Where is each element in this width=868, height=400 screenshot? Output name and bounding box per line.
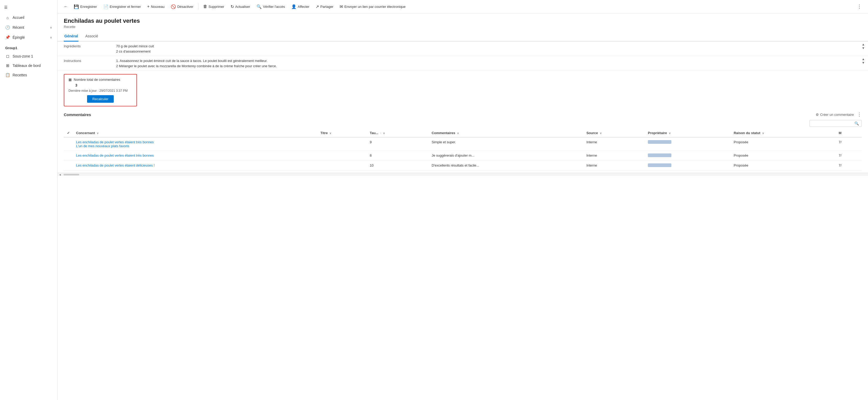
row3-check — [64, 161, 73, 171]
search-bar[interactable]: 🔍 — [809, 120, 862, 127]
comments-more-button[interactable]: ⋮ — [857, 112, 862, 117]
th-source-label: Source — [586, 131, 598, 135]
th-m[interactable]: M — [836, 129, 862, 137]
affect-label: Affecter — [298, 5, 310, 9]
scroll-down-icon[interactable]: ▼ — [862, 46, 865, 50]
table-row: Les enchiladas de poulet vertes étaient … — [64, 161, 862, 171]
sidebar-item-sous-zone[interactable]: ◻ Sous-zone 1 — [0, 52, 57, 61]
th-raison-statut[interactable]: Raison du statut ∨ — [731, 129, 835, 137]
email-button[interactable]: ✉ Envoyer un lien par courrier électroni… — [337, 3, 408, 11]
record-subtitle: Recette — [64, 25, 862, 29]
label-ingredients: Ingrédients — [58, 41, 110, 56]
recipes-icon: 📋 — [5, 73, 10, 78]
th-commentaires[interactable]: Commentaires ∨ — [429, 129, 583, 137]
th-commentaires-label: Commentaires — [432, 131, 455, 135]
row2-link1[interactable]: Les enchiladas de poulet vertes étaient … — [76, 153, 154, 157]
th-taux-label: Tau... — [370, 131, 378, 135]
th-m-label: M — [839, 131, 842, 135]
row3-m: 7/ — [836, 161, 862, 171]
share-button[interactable]: ↗ Partager — [313, 3, 336, 11]
row1-titre — [317, 137, 367, 151]
refresh-button[interactable]: ↻ Actualiser — [228, 3, 253, 11]
instructions-line1: 1. Assaisonnez le poulet émincé cuit de … — [116, 58, 855, 64]
scroll-left-arrow[interactable]: ◄ — [59, 173, 61, 176]
row1-source: Interne — [583, 137, 645, 151]
rollup-icon: ▦ — [68, 78, 72, 82]
recalculate-button[interactable]: Recalculer — [87, 95, 114, 103]
sidebar-label-epingle: Épinglé — [12, 35, 25, 39]
create-comment-button[interactable]: ⚙ Créer un commentaire — [816, 113, 854, 117]
comments-table: ✓ Concernant ∨ Titre ∨ Tau... ↑ — [64, 129, 862, 171]
verify-label: Vérifier l'accès — [263, 5, 285, 9]
search-input[interactable] — [812, 122, 853, 125]
rollup-meta: Dernière mise à jour : 29/07/2021 3:37 P… — [68, 89, 132, 93]
more-icon: ⋮ — [857, 4, 862, 9]
record-title: Enchiladas au poulet vertes — [64, 18, 862, 24]
sidebar: ☰ ⌂ Accueil 🕐 Récent ∨ 📌 Épinglé ∨ Group… — [0, 0, 58, 400]
deactivate-button[interactable]: 🚫 Désactiver — [168, 3, 196, 11]
row1-link1[interactable]: Les enchiladas de poulet vertes étaient … — [76, 140, 154, 144]
comments-actions: ⚙ Créer un commentaire ⋮ — [816, 112, 862, 117]
email-label: Envoyer un lien par courrier électroniqu… — [344, 5, 405, 9]
back-button[interactable]: ← — [62, 3, 70, 10]
new-button[interactable]: + Nouveau — [145, 3, 167, 10]
row2-check — [64, 151, 73, 161]
th-raison-statut-label: Raison du statut — [734, 131, 760, 135]
sidebar-item-recettes[interactable]: 📋 Recettes — [0, 70, 57, 80]
row3-titre — [317, 161, 367, 171]
sidebar-item-accueil[interactable]: ⌂ Accueil — [0, 12, 57, 23]
create-comment-icon: ⚙ — [816, 113, 819, 117]
th-proprietaire[interactable]: Propriétaire ∨ — [645, 129, 731, 137]
sidebar-item-epingle[interactable]: 📌 Épinglé ∨ — [0, 32, 57, 42]
th-taux[interactable]: Tau... ↑ ∨ — [367, 129, 429, 137]
horizontal-scrollbar[interactable]: ◄ — [58, 173, 868, 176]
sort-icon-source: ∨ — [600, 132, 601, 135]
row2-taux: 8 — [367, 151, 429, 161]
row3-proprietaire — [645, 161, 731, 171]
th-concernant[interactable]: Concernant ∨ — [73, 129, 317, 137]
ingredients-line1: 70 g de poulet mince cuit — [116, 44, 855, 49]
tab-associe[interactable]: Associé — [85, 32, 99, 41]
scroll-down-icon-2[interactable]: ▼ — [862, 61, 865, 65]
affect-button[interactable]: 👤 Affecter — [289, 3, 312, 11]
sort-icon-commentaires: ∨ — [457, 132, 459, 135]
row3-concernant: Les enchiladas de poulet vertes étaient … — [73, 161, 317, 171]
verify-button[interactable]: 🔍 Vérifier l'accès — [254, 3, 287, 11]
group-label: Group1 — [0, 42, 57, 52]
row2-source: Interne — [583, 151, 645, 161]
sidebar-item-recent[interactable]: 🕐 Récent ∨ — [0, 23, 57, 32]
row3-link1[interactable]: Les enchiladas de poulet vertes étaient … — [76, 163, 155, 167]
tab-general[interactable]: Général — [64, 32, 79, 41]
more-actions-button[interactable]: ⋮ — [855, 2, 864, 11]
scroll-up-icon[interactable]: ▲ — [862, 42, 865, 46]
table-row: Les enchiladas de poulet vertes étaient … — [64, 151, 862, 161]
th-source[interactable]: Source ∨ — [583, 129, 645, 137]
row1-commentaires: Simple et super. — [429, 137, 583, 151]
zone-icon: ◻ — [5, 54, 10, 59]
save-close-label: Enregistrer et fermer — [110, 5, 141, 9]
comments-header: Commentaires ⚙ Créer un commentaire ⋮ — [64, 112, 862, 117]
sort-icon-raison: ∨ — [762, 132, 764, 135]
share-icon: ↗ — [316, 4, 319, 9]
save-close-button[interactable]: 📄 Enregistrer et fermer — [101, 3, 144, 11]
scroll-arrows-instructions: ▲ ▼ — [861, 56, 868, 71]
sidebar-item-tableaux[interactable]: ⊞ Tableaux de bord — [0, 61, 57, 70]
rollup-title-row: ▦ Nombre total de commentaires — [68, 78, 132, 82]
th-titre[interactable]: Titre ∨ — [317, 129, 367, 137]
row3-taux: 10 — [367, 161, 429, 171]
rollup-card: ▦ Nombre total de commentaires 3 Dernièr… — [64, 74, 137, 106]
sort-icon-titre: ∨ — [330, 132, 331, 135]
row2-proprietaire-blurred — [648, 153, 672, 157]
instructions-line2: 2 Mélanger le poulet avec la mozzarella … — [116, 64, 855, 69]
rollup-meta-value: 29/07/2021 3:37 PM — [99, 89, 128, 93]
scroll-thumb[interactable] — [64, 174, 79, 176]
th-check[interactable]: ✓ — [64, 129, 73, 137]
scroll-up-icon-2[interactable]: ▲ — [862, 57, 865, 61]
row2-commentaires: Je suggèrerais d'ajouter m... — [429, 151, 583, 161]
row1-link2[interactable]: L'un de mes nouveaux plats favoris — [76, 144, 129, 148]
email-icon: ✉ — [340, 4, 343, 9]
delete-button[interactable]: 🗑 Supprimer — [200, 3, 227, 10]
hamburger-menu[interactable]: ☰ — [0, 2, 57, 12]
value-instructions: 1. Assaisonnez le poulet émincé cuit de … — [110, 56, 861, 71]
save-button[interactable]: 💾 Enregistrer — [71, 3, 100, 11]
